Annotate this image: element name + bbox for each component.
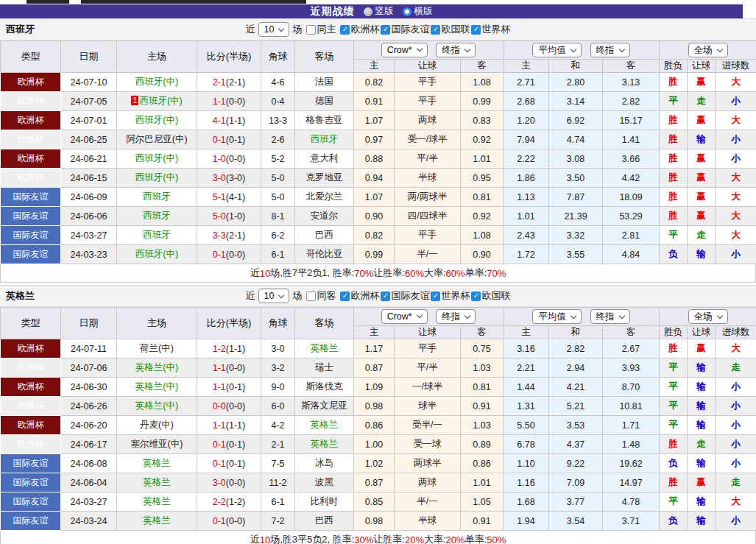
odds-handicap-cell: 半球 [395, 512, 461, 531]
avg-away-cell: 1.71 [603, 416, 660, 435]
avg-type-value: 平均值 [538, 311, 566, 323]
odds-handicap-cell: 平手 [395, 226, 461, 245]
sliver-fragment [27, 0, 69, 4]
league-filter-2[interactable]: 欧国联 [431, 23, 470, 36]
odds-group-header: Crow* 终指 [354, 308, 504, 326]
corner-cell: 11-2 [261, 473, 295, 492]
checkbox-unchecked-icon[interactable] [306, 25, 316, 35]
result-outcome-cell: 胜 [660, 339, 688, 358]
chevron-down-icon [464, 46, 470, 52]
avg-group-header: 平均值 终指 [504, 308, 660, 326]
odds-time-select[interactable]: 终指 [436, 309, 476, 324]
stat-value: 50% [487, 534, 506, 544]
odds-company-value: Crow* [387, 45, 412, 55]
result-outcome-cell: 平 [660, 226, 688, 245]
odds-away-cell: 0.83 [461, 111, 504, 130]
league-filter-3[interactable]: 欧国联 [471, 289, 510, 303]
result-outcome-cell: 平 [660, 378, 688, 397]
score-cell: 2-2(1-2) [197, 492, 261, 512]
result-handicap-cell: 走 [688, 435, 716, 454]
avg-draw-cell: 3.50 [549, 169, 603, 188]
layout-radio-horizontal[interactable]: 横版 [403, 5, 433, 18]
odds-home-cell: 1.07 [354, 111, 395, 130]
checkbox-checked-icon[interactable] [340, 25, 350, 35]
corner-cell: 6-1 [261, 245, 295, 264]
match-count-select[interactable]: 10 [258, 289, 290, 303]
checkbox-checked-icon[interactable] [381, 292, 390, 301]
avg-time-select[interactable]: 终指 [590, 43, 630, 57]
result-goals-cell: 小 [716, 149, 756, 169]
scope-select[interactable]: 全场 [688, 309, 728, 324]
avg-home-cell: 2.21 [504, 358, 549, 378]
team-name: 英格兰 [143, 477, 171, 487]
same-home-filter[interactable]: 同主 [306, 23, 336, 36]
checkbox-checked-icon[interactable] [381, 25, 390, 35]
full-time-score: 2-2 [213, 497, 226, 507]
match-date: 24-03-27 [61, 226, 117, 245]
away-team-cell: 意大利 [295, 149, 354, 169]
stat-label: 单率: [465, 533, 487, 544]
full-time-score: 3-0 [213, 173, 226, 183]
avg-draw-cell: 2.94 [549, 358, 603, 378]
scope-value: 全场 [694, 44, 713, 57]
league-label: 国际友谊 [391, 289, 429, 303]
full-time-score: 5-0 [213, 211, 226, 222]
home-team-cell: 西班牙(中) [117, 169, 197, 188]
checkbox-checked-icon[interactable] [471, 25, 481, 35]
corner-cell: 2-1 [261, 435, 295, 454]
result-goals-cell: 小 [716, 397, 756, 416]
avg-type-select[interactable]: 平均值 [532, 309, 582, 324]
odds-company-select[interactable]: Crow* [381, 43, 428, 57]
league-filter-1[interactable]: 国际友谊 [381, 23, 429, 36]
checkbox-checked-icon[interactable] [431, 292, 440, 301]
match-count-select[interactable]: 10 [258, 22, 290, 37]
away-team-cell: 北爱尔兰 [295, 188, 354, 207]
league-filter-0[interactable]: 欧洲杯 [340, 289, 379, 303]
col-odds-handicap: 让球 [395, 326, 461, 339]
radio-unchecked-icon[interactable] [364, 7, 372, 16]
avg-time-value: 终指 [596, 311, 615, 323]
sliver-fragment [81, 0, 306, 4]
odds-company-select[interactable]: Crow* [381, 309, 428, 324]
result-handicap-cell: 输 [688, 378, 716, 397]
league-label: 世界杯 [441, 289, 470, 303]
avg-home-cell: 2.22 [504, 149, 549, 169]
same-away-filter[interactable]: 同客 [306, 289, 336, 303]
radio-checked-icon[interactable] [403, 7, 411, 16]
checkbox-unchecked-icon[interactable] [306, 292, 316, 301]
league-filter-2[interactable]: 世界杯 [431, 289, 470, 303]
checkbox-checked-icon[interactable] [471, 292, 481, 301]
odds-handicap-cell: 平手 [395, 73, 461, 92]
avg-type-select[interactable]: 平均值 [532, 43, 582, 57]
avg-time-select[interactable]: 终指 [590, 309, 630, 324]
layout-radio-vertical[interactable]: 竖版 [364, 5, 394, 18]
col-away: 客场 [295, 308, 354, 339]
match-row: 欧洲杯24-06-15西班牙(中)3-0(3-0)5-0克罗地亚0.94半球0.… [1, 169, 756, 188]
result-goals-cell: 小 [716, 435, 756, 454]
league-filter-0[interactable]: 欧洲杯 [340, 23, 379, 36]
away-team-cell: 克罗地亚 [295, 169, 354, 188]
team-name: 荷兰(中) [140, 343, 174, 353]
odds-time-value: 终指 [442, 311, 460, 323]
odds-away-cell: 0.92 [461, 130, 504, 149]
match-row: 国际友谊24-06-09西班牙5-1(4-1)5-0北爱尔兰1.07两/两球半0… [1, 188, 756, 207]
league-filter-3[interactable]: 世界杯 [471, 23, 510, 36]
half-time-score: (0-1) [226, 382, 245, 392]
full-time-score: 3-3 [213, 230, 226, 241]
odds-handicap-cell: 一/球半 [395, 378, 461, 397]
checkbox-checked-icon[interactable] [431, 25, 440, 35]
result-handicap-cell: 赢 [688, 149, 716, 169]
odds-home-cell: 0.85 [354, 492, 395, 512]
avg-away-cell: 1.41 [603, 130, 660, 149]
checkbox-checked-icon[interactable] [340, 292, 350, 301]
odds-time-select[interactable]: 终指 [436, 43, 476, 57]
scope-select[interactable]: 全场 [688, 43, 728, 57]
full-time-score: 0-1 [213, 459, 226, 469]
col-date: 日期 [61, 308, 117, 339]
avg-home-cell: 1.01 [504, 207, 549, 226]
home-team-cell: 英格兰 [117, 512, 197, 531]
team-name: 丹麦(中) [140, 420, 174, 430]
league-filter-1[interactable]: 国际友谊 [381, 289, 429, 303]
score-cell: 5-1(4-1) [197, 188, 261, 207]
corner-cell: 8-1 [261, 207, 295, 226]
